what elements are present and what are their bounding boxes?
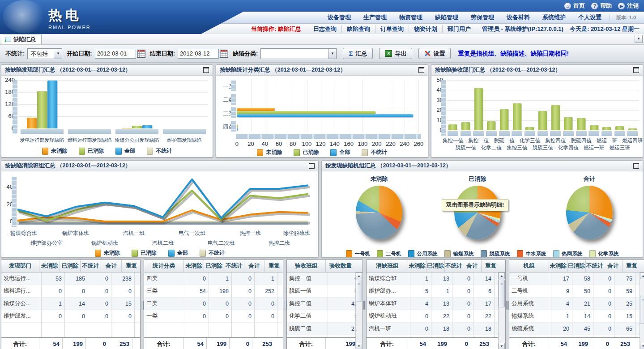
column-header[interactable]: 重复 bbox=[481, 260, 500, 272]
calendar-icon[interactable] bbox=[220, 50, 228, 58]
menu-item-1[interactable]: 生产管理 bbox=[357, 13, 393, 21]
table-row[interactable]: 锅炉机动班0220220 bbox=[367, 310, 505, 323]
bar-脱硫二值[interactable] bbox=[500, 109, 508, 130]
column-resizer[interactable] bbox=[363, 260, 366, 349]
column-header[interactable]: 未消除 bbox=[39, 260, 60, 272]
scroll-down-button[interactable]: ▼ bbox=[499, 343, 505, 349]
scroll-up-button[interactable]: ▲ bbox=[499, 272, 505, 279]
bar-燃运四班[interactable] bbox=[628, 128, 637, 131]
table-row[interactable]: 集控二值42 bbox=[287, 298, 363, 310]
table-row[interactable]: 汽机一班0180180 bbox=[367, 323, 505, 335]
table-row[interactable]: 锅炉本体班4130170 bbox=[367, 298, 505, 310]
table-row[interactable]: 脱硫系统20450650 bbox=[509, 323, 644, 335]
table-row[interactable]: 维护部办...51060 bbox=[367, 285, 505, 298]
column-header[interactable]: 合计 bbox=[463, 260, 481, 272]
category-select[interactable]: ▼ bbox=[260, 48, 337, 59]
subnav-item-0[interactable]: 日志查询 bbox=[308, 25, 342, 33]
bar-未消除[interactable] bbox=[122, 128, 132, 129]
pie-已消除[interactable] bbox=[454, 186, 501, 239]
export-button[interactable]: X 导出 bbox=[379, 48, 412, 59]
exclude-select[interactable]: 不包括 ▼ bbox=[27, 48, 62, 59]
bar-全部[interactable] bbox=[237, 128, 238, 131]
bar-燃运一班[interactable] bbox=[590, 125, 598, 130]
scroll-up-button[interactable]: ▲ bbox=[356, 272, 362, 279]
menu-item-4[interactable]: 劳保管理 bbox=[465, 13, 500, 21]
table-row[interactable]: 输煤分公...1140150 bbox=[1, 298, 140, 310]
table-row[interactable]: 燃料运行...00000 bbox=[1, 285, 140, 298]
chevron-down-icon[interactable]: ▼ bbox=[54, 49, 62, 59]
column-header[interactable]: 未消除 bbox=[408, 260, 426, 272]
scroll-down-button[interactable]: ▼ bbox=[356, 343, 362, 349]
table-row[interactable]: 脱硫一值8 bbox=[287, 285, 363, 298]
column-header[interactable]: 未消除 bbox=[183, 260, 204, 272]
bar-化学二值[interactable] bbox=[487, 121, 495, 130]
maximize-icon[interactable] bbox=[418, 67, 424, 73]
top-link-2[interactable]: ▶注销 bbox=[618, 2, 639, 10]
column-header[interactable]: 已消除 bbox=[60, 260, 80, 272]
column-header[interactable]: 未消除 bbox=[549, 260, 567, 272]
bar-未消除[interactable] bbox=[237, 108, 274, 111]
maximize-icon[interactable] bbox=[309, 163, 315, 169]
bar-已消除[interactable] bbox=[132, 126, 142, 128]
bar-脱硫三值[interactable] bbox=[538, 111, 547, 130]
scrollbar[interactable]: ▲▼ bbox=[640, 272, 644, 349]
subnav-item-2[interactable]: 订单查询 bbox=[375, 25, 409, 33]
scroll-thumb[interactable] bbox=[640, 296, 644, 323]
scroll-up-button[interactable]: ▲ bbox=[640, 272, 644, 279]
summarize-button[interactable]: Σ 汇总 bbox=[343, 48, 373, 59]
column-header[interactable]: 验收数量 bbox=[325, 260, 355, 272]
table-row[interactable]: 维护部发...00000 bbox=[1, 310, 140, 323]
menu-item-0[interactable]: 设备管理 bbox=[321, 13, 357, 21]
table-row[interactable]: 脱硫二值21 bbox=[287, 323, 363, 335]
scrollbar[interactable]: ▲▼ bbox=[355, 272, 363, 349]
column-header[interactable]: 重复 bbox=[264, 260, 283, 272]
pie-合计[interactable] bbox=[566, 186, 613, 239]
bar-燃运三班[interactable] bbox=[615, 126, 624, 130]
bar-集控一值[interactable] bbox=[448, 124, 457, 130]
table-row[interactable]: 一类00000 bbox=[144, 310, 283, 323]
menu-item-2[interactable]: 物资管理 bbox=[393, 13, 429, 21]
column-resizer[interactable] bbox=[506, 260, 509, 349]
bar-脱硫四值[interactable] bbox=[577, 118, 585, 130]
column-header[interactable]: 不统计 bbox=[224, 260, 244, 272]
column-header[interactable]: 不统计 bbox=[444, 260, 463, 272]
bar-全部[interactable] bbox=[237, 114, 413, 117]
scroll-thumb[interactable] bbox=[356, 280, 362, 302]
calendar-icon[interactable] bbox=[137, 50, 145, 58]
table-row[interactable]: 四类01010 bbox=[144, 272, 283, 285]
column-header[interactable]: 机组 bbox=[509, 260, 549, 272]
bar-已消除[interactable] bbox=[237, 111, 375, 114]
table-row[interactable]: 二号机9500590 bbox=[509, 285, 644, 298]
bar-未消除[interactable] bbox=[27, 118, 37, 128]
bar-化学三值[interactable] bbox=[525, 127, 534, 130]
column-header[interactable]: 不统计 bbox=[80, 260, 101, 272]
bar-已消除[interactable] bbox=[237, 124, 238, 128]
column-header[interactable]: 消缺班组 bbox=[367, 260, 408, 272]
scrollbar[interactable]: ▲▼ bbox=[498, 272, 505, 349]
table-row[interactable]: 发电运行...5318502380 bbox=[1, 272, 140, 285]
top-link-0[interactable]: ⌂首页 bbox=[564, 2, 585, 10]
scroll-down-button[interactable]: ▼ bbox=[640, 343, 644, 349]
column-header[interactable]: 合计 bbox=[244, 260, 264, 272]
table-row[interactable]: 公用系统4210250 bbox=[509, 298, 644, 310]
line-chart-canvas[interactable] bbox=[17, 177, 308, 227]
bar-集控二值[interactable] bbox=[474, 88, 483, 130]
scroll-thumb[interactable] bbox=[499, 280, 505, 307]
menu-item-6[interactable]: 系统维护 bbox=[536, 13, 572, 21]
tab-defect-summary[interactable]: + 缺陷汇总 bbox=[2, 34, 42, 44]
table-row[interactable]: 化学二值9 bbox=[287, 310, 363, 323]
pie-未消除[interactable] bbox=[356, 186, 402, 239]
column-header[interactable]: 合计 bbox=[101, 260, 121, 272]
bar-全部[interactable] bbox=[142, 125, 152, 128]
table-row[interactable]: 输煤综合班1130140 bbox=[367, 272, 505, 285]
subnav-item-4[interactable]: 部门用户 bbox=[443, 25, 476, 33]
settings-button[interactable]: 设置 bbox=[418, 48, 451, 59]
table-row[interactable]: 集控一值6 bbox=[287, 272, 363, 285]
bar-燃运二班[interactable] bbox=[602, 127, 611, 130]
maximize-icon[interactable] bbox=[633, 163, 639, 169]
chevron-down-icon[interactable]: ▼ bbox=[635, 35, 643, 43]
column-header[interactable]: 已消除 bbox=[204, 260, 224, 272]
menu-item-5[interactable]: 设备材料 bbox=[500, 13, 536, 21]
menu-item-7[interactable]: 个人设置 bbox=[572, 13, 608, 21]
end-date-input[interactable] bbox=[178, 49, 219, 59]
